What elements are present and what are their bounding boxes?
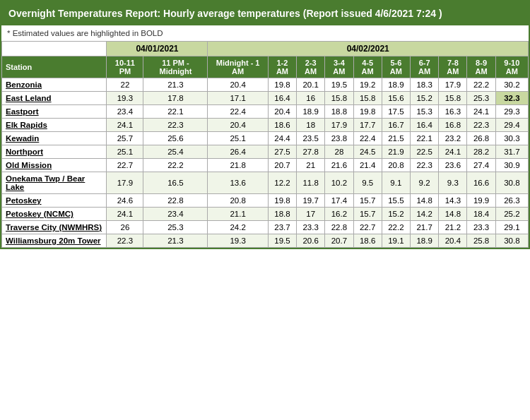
temp-value: 18.9 <box>382 78 410 92</box>
date-header-apr1: 04/01/2021 <box>107 42 208 56</box>
temp-value: 24.2 <box>208 221 268 234</box>
temp-value: 27.8 <box>297 145 325 159</box>
temp-value: 24.1 <box>107 119 143 132</box>
temp-value: 13.6 <box>208 172 268 194</box>
temp-value: 20.7 <box>268 159 296 172</box>
temp-value: 19.3 <box>107 92 143 105</box>
temp-value: 25.7 <box>107 132 143 145</box>
temp-value: 19.1 <box>382 234 410 248</box>
temp-value: 16.6 <box>467 172 495 194</box>
station-name: Traverse City (NWMHRS) <box>2 221 107 234</box>
estimated-note: * Estimated values are highlighted in BO… <box>1 25 529 41</box>
temp-value: 19.2 <box>353 78 382 92</box>
temp-value: 16.7 <box>382 119 410 132</box>
temp-value: 9.5 <box>353 172 382 194</box>
temp-value: 26.3 <box>495 194 528 208</box>
temp-value: 16.3 <box>439 105 467 119</box>
temp-value: 9.2 <box>410 172 438 194</box>
temp-value: 21.6 <box>325 159 353 172</box>
temp-value: 29.1 <box>495 221 528 234</box>
temp-value: 15.2 <box>382 208 410 221</box>
temp-value: 19.8 <box>353 105 382 119</box>
temp-value: 22.2 <box>467 78 495 92</box>
table-row: Traverse City (NWMHRS)2625.324.223.723.3… <box>2 221 529 234</box>
station-name: Northport <box>2 145 107 159</box>
temp-value: 26.8 <box>467 132 495 145</box>
table-row: Northport25.125.426.427.527.82824.521.92… <box>2 145 529 159</box>
table-row: Onekama Twp / Bear Lake17.916.513.612.21… <box>2 172 529 194</box>
temp-value: 22.2 <box>382 221 410 234</box>
station-name: Elk Rapids <box>2 119 107 132</box>
temp-value: 21.9 <box>382 145 410 159</box>
temp-value: 24.4 <box>268 132 296 145</box>
temp-value: 17.9 <box>439 78 467 92</box>
table-body: Benzonia2221.320.419.820.119.519.218.918… <box>2 78 529 248</box>
temp-value: 21.3 <box>143 78 208 92</box>
temp-value: 17.7 <box>353 119 382 132</box>
temp-value: 20.4 <box>439 234 467 248</box>
temp-value: 19.7 <box>297 194 325 208</box>
col-header-station: Station <box>2 56 107 78</box>
col-header-row: Station 10-11 PM 11 PM - Midnight Midnig… <box>2 56 529 78</box>
temp-value: 25.2 <box>495 208 528 221</box>
col-header-78am: 7-8 AM <box>439 56 467 78</box>
temp-value: 30.2 <box>495 78 528 92</box>
temp-value: 19.9 <box>467 194 495 208</box>
temp-value: 23.6 <box>439 159 467 172</box>
temp-value: 22 <box>107 78 143 92</box>
temp-value: 18.9 <box>410 234 438 248</box>
temp-value: 20.4 <box>208 78 268 92</box>
temp-value: 22.1 <box>410 132 438 145</box>
temp-value: 18.8 <box>325 105 353 119</box>
temp-value: 19.8 <box>268 194 296 208</box>
temp-value: 14.8 <box>410 194 438 208</box>
temp-value: 26.4 <box>208 145 268 159</box>
temp-value: 25.3 <box>143 221 208 234</box>
temp-value: 22.7 <box>107 159 143 172</box>
temp-value: 12.2 <box>268 172 296 194</box>
temp-value: 17.4 <box>325 194 353 208</box>
temp-value: 28 <box>325 145 353 159</box>
table-row: Kewadin25.725.625.124.423.523.822.421.52… <box>2 132 529 145</box>
temp-value: 23.3 <box>467 221 495 234</box>
table-row: Eastport23.422.122.420.418.918.819.817.5… <box>2 105 529 119</box>
temp-value: 20.8 <box>382 159 410 172</box>
temp-value: 23.4 <box>143 208 208 221</box>
temp-value: 21.8 <box>208 159 268 172</box>
temp-value: 22.3 <box>467 119 495 132</box>
temp-value: 23.2 <box>439 132 467 145</box>
station-name: East Leland <box>2 92 107 105</box>
station-name: Onekama Twp / Bear Lake <box>2 172 107 194</box>
station-name: Old Mission <box>2 159 107 172</box>
temp-value: 31.7 <box>495 145 528 159</box>
table-row: Petoskey24.622.820.819.819.717.415.715.5… <box>2 194 529 208</box>
temp-value: 22.2 <box>143 159 208 172</box>
temp-value: 18 <box>297 119 325 132</box>
temp-value: 15.3 <box>410 105 438 119</box>
temp-value: 17 <box>297 208 325 221</box>
temp-value: 20.4 <box>208 119 268 132</box>
temp-value: 21.5 <box>382 132 410 145</box>
temp-value: 16 <box>297 92 325 105</box>
temp-value: 23.7 <box>268 221 296 234</box>
temp-value: 23.3 <box>297 221 325 234</box>
temp-value: 24.1 <box>467 105 495 119</box>
temp-value: 14.2 <box>410 208 438 221</box>
table-row: Petoskey (NCMC)24.123.421.118.81716.215.… <box>2 208 529 221</box>
temp-value: 15.7 <box>353 208 382 221</box>
temp-value: 22.4 <box>353 132 382 145</box>
temp-value: 17.9 <box>107 172 143 194</box>
col-header-56am: 5-6 AM <box>382 56 410 78</box>
temp-value: 20.7 <box>325 234 353 248</box>
temp-value: 20.1 <box>297 78 325 92</box>
temp-value: 30.3 <box>495 132 528 145</box>
temp-value: 25.4 <box>143 145 208 159</box>
temp-value: 22.3 <box>107 234 143 248</box>
col-header-67am: 6-7 AM <box>410 56 438 78</box>
table-row: Williamsburg 20m Tower22.321.319.319.520… <box>2 234 529 248</box>
temp-value: 19.5 <box>325 78 353 92</box>
temp-value: 22.3 <box>143 119 208 132</box>
station-date-header-empty <box>2 42 107 56</box>
temp-value: 24.6 <box>107 194 143 208</box>
temp-value: 23.4 <box>107 105 143 119</box>
